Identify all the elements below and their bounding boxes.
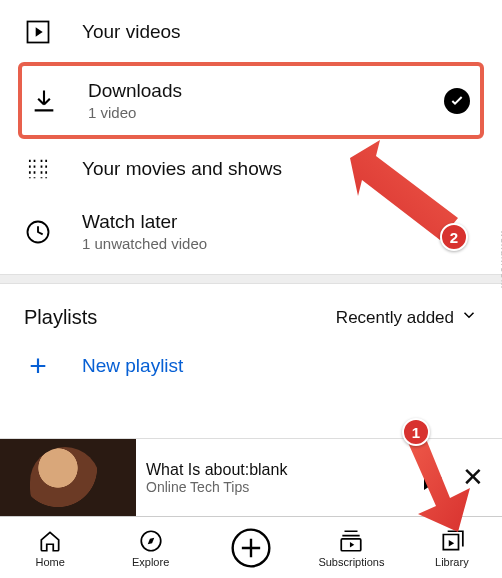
tab-library-label: Library: [435, 556, 469, 568]
playlists-title: Playlists: [24, 306, 97, 329]
clock-icon: [24, 218, 52, 246]
tab-subscriptions-label: Subscriptions: [318, 556, 384, 568]
home-icon: [37, 528, 63, 554]
downloaded-check-icon: [444, 88, 470, 114]
tab-home-label: Home: [36, 556, 65, 568]
tab-explore[interactable]: Explore: [100, 517, 200, 578]
downloads-row[interactable]: Downloads 1 video: [18, 62, 484, 139]
movies-row[interactable]: Your movies and shows: [0, 141, 502, 197]
miniplayer-channel: Online Tech Tips: [146, 479, 414, 495]
your-videos-label: Your videos: [82, 21, 478, 43]
your-videos-row[interactable]: Your videos: [0, 4, 502, 60]
film-icon: [24, 155, 52, 183]
miniplayer[interactable]: What Is about:blank Online Tech Tips ✕: [0, 438, 502, 516]
tab-subscriptions[interactable]: Subscriptions: [301, 517, 401, 578]
library-icon: [439, 528, 465, 554]
miniplayer-thumbnail[interactable]: [0, 439, 136, 517]
downloads-subtitle: 1 video: [88, 104, 414, 121]
row-text: Your videos: [82, 21, 478, 43]
subscriptions-icon: [338, 528, 364, 554]
downloads-label: Downloads: [88, 80, 414, 102]
tab-create[interactable]: [201, 517, 301, 578]
play-icon[interactable]: [424, 466, 442, 490]
tab-home[interactable]: Home: [0, 517, 100, 578]
tab-explore-label: Explore: [132, 556, 169, 568]
plus-circle-icon: [229, 526, 273, 570]
row-text: Downloads 1 video: [88, 80, 414, 121]
bottom-nav: Home Explore Subscriptions Library: [0, 516, 502, 578]
compass-icon: [138, 528, 164, 554]
chevron-down-icon: [460, 306, 478, 329]
watch-later-row[interactable]: Watch later 1 unwatched video: [0, 197, 502, 266]
playlists-header: Playlists Recently added: [0, 284, 502, 339]
movies-label: Your movies and shows: [82, 158, 478, 180]
watch-later-subtitle: 1 unwatched video: [82, 235, 478, 252]
library-list: Your videos Downloads 1 video Your movie…: [0, 0, 502, 266]
playlists-sort-button[interactable]: Recently added: [336, 306, 478, 329]
miniplayer-controls: ✕: [424, 462, 502, 493]
new-playlist-button[interactable]: + New playlist: [0, 339, 502, 391]
watermark: wsxdn.com: [499, 230, 503, 289]
new-playlist-label: New playlist: [82, 355, 183, 377]
close-icon[interactable]: ✕: [462, 462, 484, 493]
tab-library[interactable]: Library: [402, 517, 502, 578]
row-text: Watch later 1 unwatched video: [82, 211, 478, 252]
row-text: Your movies and shows: [82, 158, 478, 180]
miniplayer-title: What Is about:blank: [146, 461, 414, 479]
miniplayer-text: What Is about:blank Online Tech Tips: [136, 461, 424, 495]
sort-label: Recently added: [336, 308, 454, 328]
section-divider: [0, 274, 502, 284]
watch-later-label: Watch later: [82, 211, 478, 233]
play-square-icon: [24, 18, 52, 46]
download-icon: [30, 87, 58, 115]
plus-icon: +: [24, 349, 52, 383]
